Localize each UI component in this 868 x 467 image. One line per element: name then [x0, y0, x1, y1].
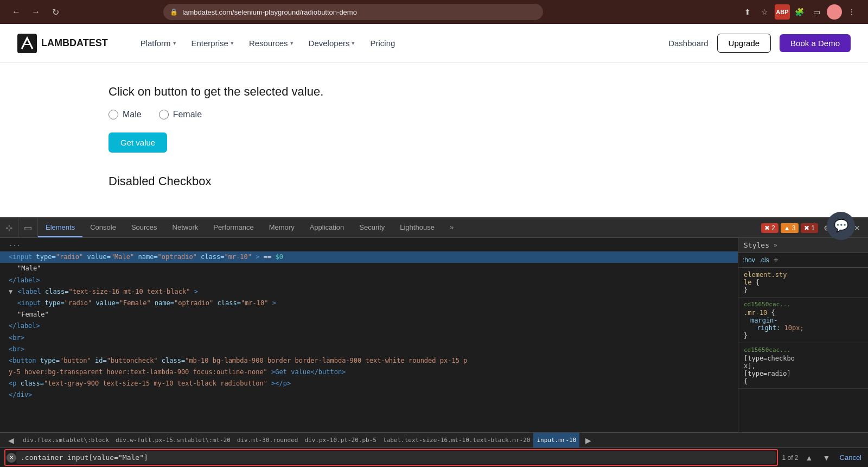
radio-female-label[interactable]: Female	[159, 110, 202, 119]
cls-filter-button[interactable]: .cls	[760, 256, 769, 264]
nav-pricing[interactable]: Pricing	[363, 34, 401, 52]
logo-icon	[17, 34, 37, 53]
devtools-searchbar: ✕ 1 of 2 ▲ ▼ Cancel	[0, 447, 868, 467]
address-bar[interactable]: 🔒 lambdatest.com/selenium-playground/rad…	[163, 4, 543, 20]
back-button[interactable]: ←	[9, 4, 24, 20]
dom-line-2[interactable]: "Male"	[0, 263, 738, 274]
radio-male-label[interactable]: Male	[108, 110, 142, 119]
url-text: lambdatest.com/selenium-playground/radio…	[182, 8, 357, 16]
style-rule-mr10: cd15650cac... .mr-10 { margin- right: 10…	[738, 298, 868, 343]
elements-panel[interactable]: ··· <input type="radio" value="Male" nam…	[0, 238, 738, 432]
error-badge: ✖ 2	[761, 223, 778, 233]
hov-filter-button[interactable]: :hov	[743, 256, 755, 264]
devtools-panel: ⊹ ▭ Elements Console Sources Network Per…	[0, 217, 868, 467]
tab-more[interactable]: »	[442, 218, 461, 237]
tab-performance[interactable]: Performance	[206, 218, 261, 237]
nav-developers[interactable]: Developers ▾	[302, 34, 362, 52]
menu-button[interactable]: ⋮	[844, 4, 859, 20]
dom-line-13[interactable]: </div>	[0, 389, 738, 401]
page-content: Click on button to get the selected valu…	[0, 63, 868, 210]
cast-button[interactable]: ▭	[809, 4, 825, 20]
nav-platform[interactable]: Platform ▾	[134, 34, 183, 52]
devtools-tabs: ⊹ ▭ Elements Console Sources Network Per…	[0, 218, 868, 238]
lock-icon: 🔒	[170, 8, 178, 16]
add-style-button[interactable]: +	[774, 255, 778, 265]
breadcrumb-forward-icon[interactable]: ▶	[582, 434, 595, 447]
breadcrumb-item-5[interactable]: label.text-size-16.mt-10.text-black.mr-2…	[380, 433, 534, 447]
dom-line-6[interactable]: "Female"	[0, 309, 738, 320]
tab-sources[interactable]: Sources	[124, 218, 165, 237]
get-value-button[interactable]: Get value	[108, 132, 167, 153]
logo[interactable]: LAMBDATEST	[17, 34, 108, 53]
tab-elements[interactable]: Elements	[38, 218, 82, 237]
chevron-down-icon: ▾	[231, 40, 234, 47]
forward-button[interactable]: →	[28, 4, 43, 20]
style-rule-type: cd15650cac... [type=checkbo x], [type=ra…	[738, 343, 868, 389]
radio-group: Male Female	[108, 110, 760, 119]
styles-expand-icon[interactable]: »	[774, 242, 777, 249]
chat-button[interactable]: 💬	[827, 212, 855, 240]
styles-panel: Styles » :hov .cls + element.sty le { } …	[738, 238, 868, 432]
tab-memory[interactable]: Memory	[261, 218, 302, 237]
dom-line-12[interactable]: <p class="text-gray-900 text-size-15 my-…	[0, 378, 738, 389]
radio-female-input[interactable]	[159, 110, 169, 119]
dom-line-8[interactable]: <br>	[0, 332, 738, 344]
dom-line-5[interactable]: <input type="radio" value="Female" name=…	[0, 298, 738, 309]
nav-resources[interactable]: Resources ▾	[242, 34, 300, 52]
refresh-button[interactable]: ↻	[48, 4, 63, 20]
tab-application[interactable]: Application	[302, 218, 352, 237]
search-clear-button[interactable]: ✕	[7, 453, 16, 463]
search-next-button[interactable]: ▼	[820, 451, 833, 464]
profile-avatar[interactable]	[827, 4, 842, 20]
tab-security[interactable]: Security	[352, 218, 392, 237]
chevron-down-icon: ▾	[290, 40, 293, 47]
search-prev-button[interactable]: ▲	[803, 451, 816, 464]
upgrade-button[interactable]: Upgrade	[717, 34, 771, 53]
info-badge: ✖ 1	[801, 223, 818, 233]
search-cancel-button[interactable]: Cancel	[838, 453, 864, 462]
disabled-section: Disabled Checkbox	[108, 174, 760, 188]
share-button[interactable]: ⬆	[740, 4, 755, 20]
styles-filter-row: :hov .cls +	[738, 253, 868, 268]
style-rule-element: element.sty le { }	[738, 268, 868, 298]
breadcrumb-back-icon[interactable]: ◀	[4, 434, 17, 447]
nav-enterprise[interactable]: Enterprise ▾	[185, 34, 240, 52]
styles-header: Styles »	[738, 238, 868, 253]
tab-network[interactable]: Network	[165, 218, 206, 237]
breadcrumb-item-6-active[interactable]: input.mr-10	[533, 433, 579, 447]
chevron-down-icon: ▾	[352, 40, 355, 47]
breadcrumb-item-3[interactable]: div.mt-30.rounded	[234, 433, 302, 447]
header-right: Dashboard Upgrade Book a Demo	[668, 34, 851, 53]
dom-line-4[interactable]: ▼ <label class="text-size-16 mt-10 text-…	[0, 286, 738, 298]
search-input-container: ✕	[4, 449, 778, 466]
inspect-element-icon[interactable]: ⊹	[0, 218, 18, 237]
book-demo-button[interactable]: Book a Demo	[780, 34, 851, 52]
site-header: LAMBDATEST Platform ▾ Enterprise ▾ Resou…	[0, 24, 868, 63]
dom-line-9[interactable]: <br>	[0, 344, 738, 355]
extension-adblock-button[interactable]: ABP	[775, 4, 790, 20]
dom-line-1[interactable]: <input type="radio" value="Male" name="o…	[0, 251, 738, 263]
dashboard-link[interactable]: Dashboard	[668, 39, 708, 48]
radio-male-input[interactable]	[108, 110, 118, 119]
breadcrumb-item-4[interactable]: div.px-10.pt-20.pb-5	[301, 433, 379, 447]
device-toolbar-icon[interactable]: ▭	[18, 218, 38, 237]
bookmark-button[interactable]: ☆	[757, 4, 773, 20]
search-count: 1 of 2	[782, 454, 799, 462]
dom-line-7[interactable]: </label>	[0, 320, 738, 332]
breadcrumb-item-1[interactable]: div.flex.smtablet\:block	[20, 433, 112, 447]
tab-console[interactable]: Console	[82, 218, 124, 237]
extensions-button[interactable]: 🧩	[792, 4, 807, 20]
browser-actions: ⬆ ☆ ABP 🧩 ▭ ⋮	[740, 4, 859, 20]
tab-lighthouse[interactable]: Lighthouse	[392, 218, 442, 237]
dom-line-3[interactable]: </label>	[0, 275, 738, 286]
page-heading: Click on button to get the selected valu…	[108, 85, 760, 99]
dom-line-11[interactable]: y-5 hover:bg-transparent hover:text-lamb…	[0, 367, 738, 378]
devtools-breadcrumb: ◀ div.flex.smtablet\:block div.w-full.px…	[0, 432, 868, 447]
main-nav: Platform ▾ Enterprise ▾ Resources ▾ Deve…	[134, 34, 402, 52]
chevron-down-icon: ▾	[173, 40, 176, 47]
breadcrumb-item-2[interactable]: div.w-full.px-15.smtablet\:mt-20	[112, 433, 234, 447]
dom-line-10[interactable]: <button type="button" id="buttoncheck" c…	[0, 355, 738, 367]
browser-chrome: ← → ↻ 🔒 lambdatest.com/selenium-playgrou…	[0, 0, 868, 24]
devtools-dots: ···	[0, 240, 738, 251]
search-input[interactable]	[16, 451, 776, 464]
